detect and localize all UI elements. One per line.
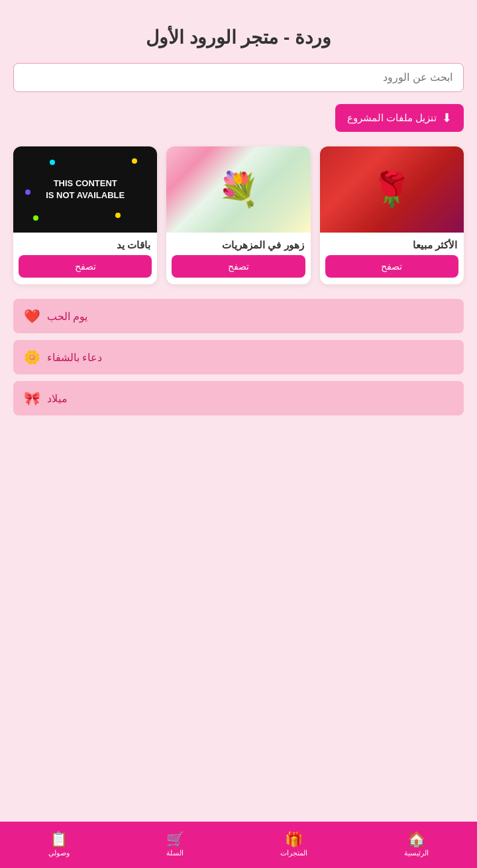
nav-item-orders[interactable]: 📋 وصولي (48, 832, 70, 857)
product-card-1: 🌹 الأكثر مبيعا تصفح (320, 146, 464, 284)
product-card-2: 💐 زهور في المزهريات تصفح (166, 146, 310, 284)
product-card-3: THIS CONTENT IS NOT AVAILABLE باقات يد ت… (13, 146, 157, 284)
category-list: يوم الحب ❤️ دعاء بالشفاء 🌼 ميلاد 🎀 (13, 299, 464, 415)
dot-yellow2 (115, 213, 121, 218)
dot-purple (25, 190, 30, 195)
dot-yellow1 (132, 158, 137, 164)
bottom-nav: 🏠 الرئيسية 🎁 المتجرات 🛒 السلة 📋 وصولي (0, 822, 477, 868)
category-emoji-love: ❤️ (24, 308, 40, 324)
unavailable-line2: IS NOT AVAILABLE (46, 190, 125, 200)
browse-button-3[interactable]: تصفح (19, 255, 152, 278)
product-title-3: باقات يد (13, 233, 157, 255)
product-image-1: 🌹 (320, 146, 464, 233)
nav-item-home[interactable]: 🏠 الرئيسية (404, 832, 429, 857)
dot-cyan (50, 160, 55, 165)
nav-label-orders: وصولي (48, 849, 70, 857)
stores-icon: 🎁 (285, 832, 303, 847)
search-input[interactable] (13, 63, 464, 92)
category-label-healing: دعاء بالشفاء (47, 351, 102, 364)
page-title: وردة - متجر الورود الأول (13, 27, 464, 48)
dot-green (33, 215, 38, 221)
unavailable-text: THIS CONTENT IS NOT AVAILABLE (46, 178, 125, 201)
browse-button-1[interactable]: تصفح (325, 255, 458, 278)
nav-label-cart: السلة (166, 849, 184, 857)
nav-item-stores[interactable]: 🎁 المتجرات (280, 832, 307, 857)
category-item-birthday[interactable]: ميلاد 🎀 (13, 381, 464, 415)
category-emoji-healing: 🌼 (24, 349, 40, 365)
category-emoji-birthday: 🎀 (24, 390, 40, 406)
product-image-2: 💐 (166, 146, 310, 233)
main-content: وردة - متجر الورود الأول ⬇ تنزيل ملفات ا… (0, 0, 477, 468)
cart-icon: 🛒 (166, 832, 184, 847)
orders-icon: 📋 (50, 832, 68, 847)
category-item-love[interactable]: يوم الحب ❤️ (13, 299, 464, 333)
unavailable-line1: THIS CONTENT (54, 178, 117, 188)
nav-label-home: الرئيسية (404, 849, 429, 857)
download-icon: ⬇ (442, 111, 452, 125)
products-grid: 🌹 الأكثر مبيعا تصفح 💐 زهور في المزهريات … (13, 146, 464, 284)
category-label-love: يوم الحب (47, 310, 87, 323)
product-unavailable-image: THIS CONTENT IS NOT AVAILABLE (13, 146, 157, 233)
nav-label-stores: المتجرات (280, 849, 307, 857)
browse-button-2[interactable]: تصفح (172, 255, 305, 278)
download-button[interactable]: ⬇ تنزيل ملفات المشروع (335, 104, 464, 132)
product-title-1: الأكثر مبيعا (320, 233, 464, 255)
product-title-2: زهور في المزهريات (166, 233, 310, 255)
nav-item-cart[interactable]: 🛒 السلة (166, 832, 184, 857)
category-label-birthday: ميلاد (47, 392, 68, 405)
category-item-healing[interactable]: دعاء بالشفاء 🌼 (13, 340, 464, 374)
home-icon: 🏠 (407, 832, 425, 847)
download-button-label: تنزيل ملفات المشروع (347, 112, 437, 124)
